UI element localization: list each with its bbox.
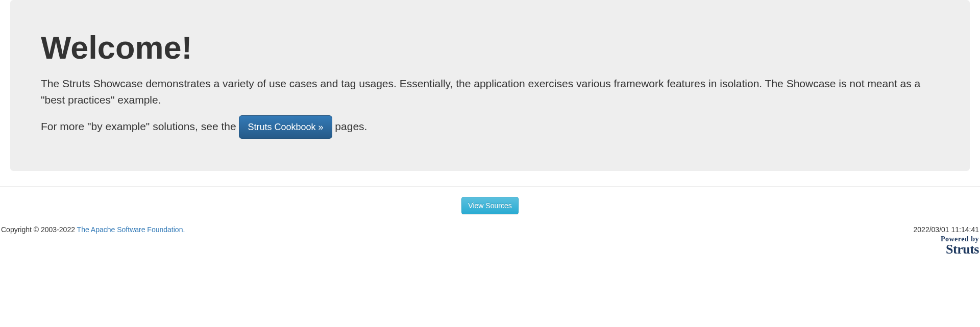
apache-foundation-link[interactable]: The Apache Software Foundation. [77, 225, 185, 234]
view-sources-button[interactable]: View Sources [461, 197, 518, 214]
footer-right: 2022/03/01 11:14:41 Powered by Struts [914, 224, 979, 256]
struts-cookbook-button[interactable]: Struts Cookbook » [239, 115, 332, 139]
page-description: The Struts Showcase demonstrates a varie… [41, 76, 939, 108]
more-text-after: pages. [335, 120, 367, 132]
copyright-text: Copyright © 2003-2022 [1, 225, 77, 234]
view-sources-wrapper: View Sources [0, 197, 980, 214]
divider [0, 186, 980, 187]
footer-timestamp: 2022/03/01 11:14:41 [914, 224, 979, 235]
footer: Copyright © 2003-2022 The Apache Softwar… [0, 224, 980, 261]
cookbook-paragraph: For more "by example" solutions, see the… [41, 115, 939, 139]
more-text-before: For more "by example" solutions, see the [41, 120, 239, 132]
page-title: Welcome! [41, 24, 939, 70]
logo-struts: Struts [914, 243, 979, 256]
footer-left: Copyright © 2003-2022 The Apache Softwar… [1, 224, 185, 235]
struts-logo: Powered by Struts [914, 236, 979, 256]
welcome-jumbotron: Welcome! The Struts Showcase demonstrate… [10, 0, 970, 171]
